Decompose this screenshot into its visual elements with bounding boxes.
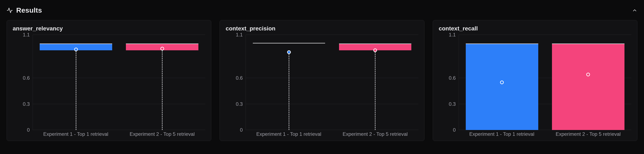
y-axis: 00.30.61.1 — [226, 35, 246, 130]
y-axis-tick: 0.6 — [23, 75, 30, 81]
x-axis-tick: Experiment 2 - Top 5 retrieval — [119, 131, 206, 137]
bar-slot — [33, 35, 119, 130]
chart-title: context_precision — [226, 25, 418, 32]
marker-stem — [162, 49, 162, 130]
bar-slot — [246, 35, 332, 130]
bar — [253, 43, 325, 43]
x-axis-tick: Experiment 1 - Top 1 retrieval — [459, 131, 545, 137]
chart-panels: answer_relevancy00.30.61.1Experiment 1 -… — [7, 20, 637, 141]
y-axis-tick: 1.1 — [236, 32, 243, 38]
y-axis-tick: 0.3 — [236, 101, 243, 107]
y-axis-tick: 0.3 — [23, 101, 30, 107]
y-axis: 00.30.61.1 — [13, 35, 32, 130]
chart-panel: context_recall00.30.61.1Experiment 1 - T… — [433, 20, 637, 141]
activity-icon — [7, 7, 13, 13]
y-axis-tick: 0.6 — [236, 75, 243, 81]
y-axis-tick: 1.1 — [449, 32, 456, 38]
chart-panel: answer_relevancy00.30.61.1Experiment 1 -… — [7, 20, 211, 141]
page-title: Results — [16, 6, 42, 14]
marker-stem — [288, 52, 289, 130]
marker — [287, 50, 291, 54]
marker-stem — [375, 50, 376, 130]
bar-slot — [332, 35, 418, 130]
marker — [500, 80, 504, 84]
x-axis: Experiment 1 - Top 1 retrievalExperiment… — [459, 131, 631, 137]
marker — [74, 48, 78, 51]
y-axis: 00.30.61.1 — [439, 35, 459, 130]
plot-area — [246, 35, 418, 130]
chart-panel: context_precision00.30.61.1Experiment 1 … — [220, 20, 424, 141]
marker-stem — [76, 50, 76, 130]
x-axis-tick: Experiment 2 - Top 5 retrieval — [332, 131, 418, 137]
y-axis-tick: 0 — [240, 127, 243, 133]
marker — [373, 48, 377, 52]
section-header: Results — [7, 6, 637, 14]
y-axis-tick: 0 — [453, 127, 456, 133]
bar — [552, 43, 624, 130]
plot-area — [459, 35, 631, 130]
y-axis-tick: 1.1 — [23, 32, 30, 38]
x-axis: Experiment 1 - Top 1 retrievalExperiment… — [246, 131, 418, 137]
x-axis-tick: Experiment 2 - Top 5 retrieval — [545, 131, 631, 137]
plot-area — [32, 35, 205, 130]
collapse-button[interactable] — [632, 8, 637, 13]
marker — [160, 47, 164, 51]
bar-slot — [545, 35, 631, 130]
x-axis-tick: Experiment 1 - Top 1 retrieval — [32, 131, 119, 137]
bar-slot — [119, 35, 205, 130]
x-axis-tick: Experiment 1 - Top 1 retrieval — [246, 131, 332, 137]
chart-title: context_recall — [439, 25, 631, 32]
bar-slot — [459, 35, 545, 130]
x-axis: Experiment 1 - Top 1 retrievalExperiment… — [32, 131, 205, 137]
marker — [586, 73, 590, 77]
y-axis-tick: 0 — [27, 127, 30, 133]
y-axis-tick: 0.6 — [449, 75, 456, 81]
y-axis-tick: 0.3 — [449, 101, 456, 107]
bar — [466, 43, 538, 130]
chart-title: answer_relevancy — [13, 25, 205, 32]
